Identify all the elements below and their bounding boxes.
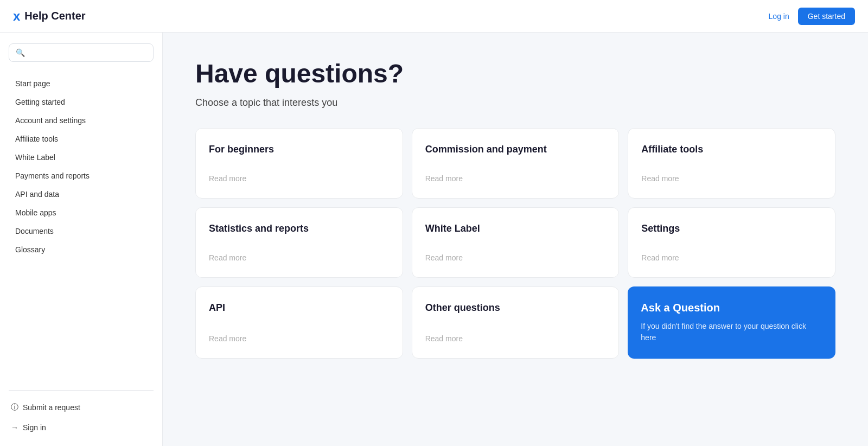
sidebar: 🔍 Start pageGetting startedAccount and s… <box>0 33 163 446</box>
card-link-commission-and-payment[interactable]: Read more <box>425 174 606 183</box>
logo[interactable]: x Help Center <box>13 9 86 24</box>
sidebar-item-api-and-data[interactable]: API and data <box>9 186 154 203</box>
card-title-api: API <box>209 302 390 314</box>
submit-request-label: Submit a request <box>23 403 80 412</box>
sidebar-item-glossary[interactable]: Glossary <box>9 241 154 258</box>
main-content: Have questions? Choose a topic that inte… <box>163 33 868 446</box>
logo-text: Help Center <box>24 10 85 22</box>
card-title-other-questions: Other questions <box>425 302 606 314</box>
card-for-beginners[interactable]: For beginnersRead more <box>195 128 403 199</box>
logo-icon: x <box>13 9 20 24</box>
card-link-statistics-and-reports[interactable]: Read more <box>209 253 390 262</box>
page-title: Have questions? <box>195 59 835 88</box>
page-subtitle: Choose a topic that interests you <box>195 97 835 109</box>
card-white-label[interactable]: White LabelRead more <box>412 207 620 278</box>
card-title-statistics-and-reports: Statistics and reports <box>209 223 390 234</box>
header-actions: Log in Get started <box>769 8 855 25</box>
card-other-questions[interactable]: Other questionsRead more <box>412 286 620 359</box>
card-title-settings: Settings <box>641 223 822 234</box>
sidebar-item-getting-started[interactable]: Getting started <box>9 93 154 111</box>
card-link-white-label[interactable]: Read more <box>425 253 606 262</box>
card-title-commission-and-payment: Commission and payment <box>425 144 606 155</box>
sidebar-item-affiliate-tools[interactable]: Affiliate tools <box>9 130 154 148</box>
sidebar-footer: ⓘ Submit a request → Sign in <box>9 390 154 435</box>
card-link-for-beginners[interactable]: Read more <box>209 174 390 183</box>
card-grid: For beginnersRead moreCommission and pay… <box>195 128 835 359</box>
search-input[interactable] <box>29 48 146 57</box>
sidebar-item-documents[interactable]: Documents <box>9 222 154 240</box>
get-started-button[interactable]: Get started <box>798 8 855 25</box>
card-commission-and-payment[interactable]: Commission and paymentRead more <box>412 128 620 199</box>
sign-in-link[interactable]: → Sign in <box>9 420 154 435</box>
sidebar-item-white-label[interactable]: White Label <box>9 149 154 166</box>
sidebar-item-payments-and-reports[interactable]: Payments and reports <box>9 167 154 184</box>
ask-a-question-card[interactable]: Ask a QuestionIf you didn't find the ans… <box>628 286 835 359</box>
submit-request-icon: ⓘ <box>11 403 18 412</box>
ask-card-description: If you didn't find the answer to your qu… <box>641 321 822 343</box>
sidebar-nav: Start pageGetting startedAccount and set… <box>9 75 154 373</box>
header: x Help Center Log in Get started <box>0 0 868 33</box>
card-link-affiliate-tools[interactable]: Read more <box>641 174 822 183</box>
search-box[interactable]: 🔍 <box>9 43 154 62</box>
card-affiliate-tools[interactable]: Affiliate toolsRead more <box>628 128 835 199</box>
search-icon: 🔍 <box>16 48 25 57</box>
sign-in-label: Sign in <box>23 423 46 432</box>
sidebar-item-account-and-settings[interactable]: Account and settings <box>9 112 154 129</box>
ask-card-title: Ask a Question <box>641 302 822 314</box>
card-settings[interactable]: SettingsRead more <box>628 207 835 278</box>
card-link-other-questions[interactable]: Read more <box>425 334 606 343</box>
card-statistics-and-reports[interactable]: Statistics and reportsRead more <box>195 207 403 278</box>
card-link-api[interactable]: Read more <box>209 334 390 343</box>
sign-in-icon: → <box>11 423 18 432</box>
card-title-affiliate-tools: Affiliate tools <box>641 144 822 155</box>
card-title-for-beginners: For beginners <box>209 144 390 155</box>
card-api[interactable]: APIRead more <box>195 286 403 359</box>
login-button[interactable]: Log in <box>769 12 789 21</box>
card-title-white-label: White Label <box>425 223 606 234</box>
submit-request-link[interactable]: ⓘ Submit a request <box>9 399 154 416</box>
sidebar-item-mobile-apps[interactable]: Mobile apps <box>9 204 154 221</box>
layout: 🔍 Start pageGetting startedAccount and s… <box>0 0 868 446</box>
card-link-settings[interactable]: Read more <box>641 253 822 262</box>
sidebar-item-start-page[interactable]: Start page <box>9 75 154 92</box>
